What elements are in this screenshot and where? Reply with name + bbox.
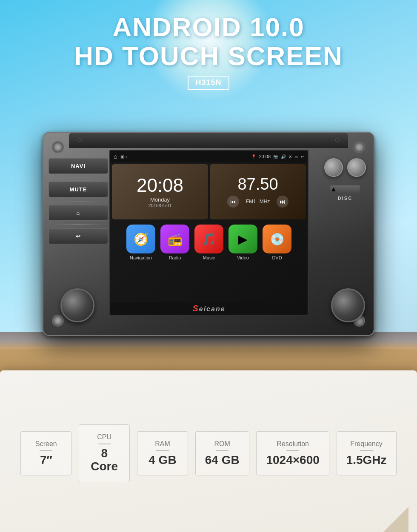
- mount-hole-tl: [52, 141, 64, 153]
- clock-widget: 20:08 Monday 2018/01/01: [112, 164, 208, 219]
- apps-grid: 🧭 Navigation 📻 Radio 🎵 Music ▶ Video: [110, 221, 308, 264]
- status-left: ⌂ ▣ ↓: [114, 153, 128, 160]
- volume-icon[interactable]: 🔊: [281, 154, 286, 159]
- nav-app-icon[interactable]: 🧭 Navigation: [126, 225, 155, 260]
- car-stereo-unit: NAVI MUTE ⌂ ↩ ▲ DISC ⌂: [43, 132, 374, 336]
- nav-app-label: Navigation: [130, 255, 152, 260]
- screen-area: ⌂ ▣ ↓ 📍 20:08 📷 🔊 ✕ ▭ ↩: [109, 150, 308, 316]
- radio-info: FM1 MHz: [246, 199, 270, 205]
- location-icon: 📍: [251, 154, 256, 159]
- small-knob-left[interactable]: [324, 158, 343, 177]
- time-display: 20:08: [259, 154, 271, 159]
- spec-screen-label: Screen: [35, 440, 57, 448]
- top-strip: [69, 133, 348, 148]
- right-knob[interactable]: [331, 288, 365, 322]
- radio-icon-img: 📻: [160, 225, 189, 253]
- title-line1: ANDROID 10.0: [0, 13, 417, 42]
- brand-s: S: [192, 304, 199, 313]
- spec-cpu-divider: [98, 444, 111, 444]
- back-nav-icon[interactable]: ↩: [301, 154, 304, 159]
- divider1: [53, 177, 104, 178]
- radio-unit: MHz: [260, 199, 270, 205]
- camera-dot-right: [335, 138, 340, 142]
- disc-label: DISC: [322, 196, 368, 201]
- video-app-icon[interactable]: ▶ Video: [228, 225, 257, 260]
- spec-frequency-label: Frequency: [350, 440, 383, 448]
- media-widget: 20:08 Monday 2018/01/01 87.50 ⏮ FM1 MHz: [112, 164, 306, 219]
- window-icon[interactable]: ▭: [294, 154, 298, 159]
- divider3: [53, 224, 104, 225]
- spec-resolution: Resolution 1024×600: [256, 431, 329, 476]
- dvd-app-label: DVD: [272, 255, 282, 260]
- spec-frequency-value: 1.5GHz: [346, 454, 387, 467]
- spec-cpu: CPU 8Core: [79, 424, 130, 482]
- radio-app-icon[interactable]: 📻 Radio: [160, 225, 189, 260]
- next-button[interactable]: ⏭: [277, 196, 288, 208]
- video-icon-img: ▶: [228, 225, 257, 253]
- spec-cpu-value: 8Core: [91, 447, 118, 473]
- video-app-label: Video: [237, 255, 249, 260]
- spec-screen-value: 7″: [40, 454, 52, 467]
- camera-dot-left: [77, 138, 82, 142]
- mount-hole-tr: [353, 141, 365, 153]
- unit-body: NAVI MUTE ⌂ ↩ ▲ DISC ⌂: [43, 132, 374, 336]
- radio-controls: ⏮ FM1 MHz ⏭: [227, 196, 289, 208]
- spec-frequency-divider: [360, 450, 373, 451]
- divider2: [53, 201, 104, 202]
- clock-time: 20:08: [137, 176, 183, 195]
- brand-bar: Seicane: [110, 302, 308, 315]
- back-button[interactable]: ↩: [49, 228, 108, 244]
- model-badge: H315N: [188, 76, 229, 90]
- specs-grid: Screen 7″ CPU 8Core RAM 4 GB ROM 64 GB R…: [0, 370, 417, 532]
- spec-rom-divider: [216, 450, 228, 451]
- clock-date: 2018/01/01: [148, 203, 171, 208]
- music-app-label: Music: [203, 255, 215, 260]
- radio-frequency: 87.50: [237, 176, 278, 192]
- music-icon-img: 🎵: [194, 225, 223, 253]
- radio-app-label: Radio: [169, 255, 181, 260]
- spec-ram-divider: [156, 450, 169, 451]
- home-status-icon[interactable]: ⌂: [114, 153, 117, 160]
- spec-ram-value: 4 GB: [149, 454, 176, 467]
- dvd-icon-img: 💿: [263, 225, 291, 253]
- prev-button[interactable]: ⏮: [227, 196, 239, 208]
- status-bar: ⌂ ▣ ↓ 📍 20:08 📷 🔊 ✕ ▭ ↩: [110, 151, 308, 162]
- music-app-icon[interactable]: 🎵 Music: [194, 225, 223, 260]
- dvd-app-icon[interactable]: 💿 DVD: [263, 225, 291, 260]
- spec-resolution-divider: [286, 450, 299, 451]
- spec-rom: ROM 64 GB: [195, 431, 249, 476]
- spec-frequency: Frequency 1.5GHz: [337, 431, 397, 476]
- status-right: 📍 20:08 📷 🔊 ✕ ▭ ↩: [251, 154, 304, 159]
- close-icon[interactable]: ✕: [288, 154, 292, 159]
- camera-icon: 📷: [273, 154, 278, 159]
- spec-resolution-label: Resolution: [277, 440, 309, 448]
- home-button[interactable]: ⌂: [49, 205, 108, 221]
- title-line2: HD TOUCH SCREEN: [0, 42, 417, 71]
- right-panel: ▲ DISC: [322, 158, 368, 201]
- eject-button[interactable]: ▲: [330, 185, 360, 194]
- radio-band: FM1: [246, 199, 256, 205]
- navi-button[interactable]: NAVI: [49, 158, 108, 174]
- specs-section: Screen 7″ CPU 8Core RAM 4 GB ROM 64 GB R…: [0, 370, 417, 532]
- spec-rom-label: ROM: [214, 440, 230, 448]
- screen-inner: ⌂ ▣ ↓ 📍 20:08 📷 🔊 ✕ ▭ ↩: [110, 151, 308, 315]
- spec-rom-value: 64 GB: [205, 454, 240, 467]
- spec-ram-label: RAM: [155, 440, 170, 448]
- left-knob[interactable]: [60, 288, 94, 322]
- mount-hole-bl: [52, 315, 64, 327]
- clock-day: Monday: [150, 196, 170, 203]
- spec-ram: RAM 4 GB: [137, 431, 188, 476]
- spec-resolution-value: 1024×600: [266, 454, 319, 467]
- mute-button[interactable]: MUTE: [49, 182, 108, 197]
- notification-icon: ▣ ↓: [120, 154, 128, 159]
- brand-name: Seicane: [192, 304, 225, 313]
- header-section: ANDROID 10.0 HD TOUCH SCREEN H315N: [0, 13, 417, 90]
- radio-widget: 87.50 ⏮ FM1 MHz ⏭: [210, 164, 306, 219]
- spec-screen-divider: [40, 450, 52, 451]
- small-knob-right[interactable]: [347, 158, 366, 177]
- left-panel: NAVI MUTE ⌂ ↩: [49, 158, 108, 244]
- nav-icon-img: 🧭: [126, 225, 155, 253]
- spec-cpu-label: CPU: [97, 433, 111, 441]
- knob-pair: [322, 158, 368, 177]
- spec-screen: Screen 7″: [20, 431, 71, 476]
